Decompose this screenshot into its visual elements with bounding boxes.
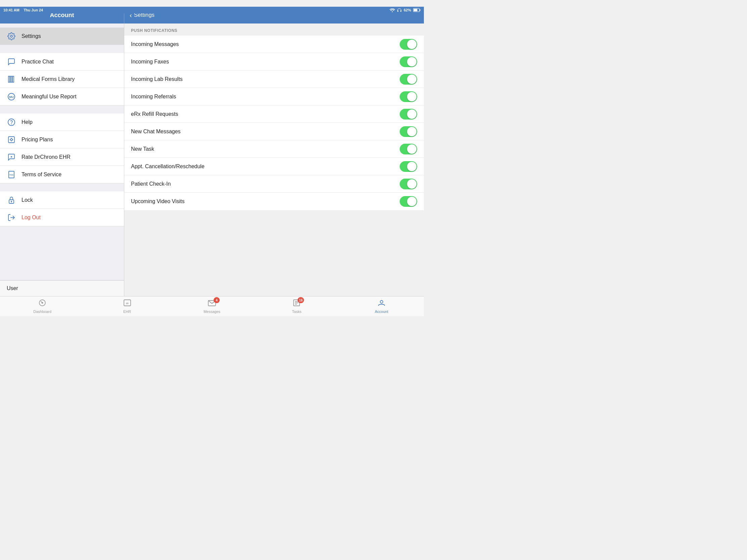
sidebar: Settings Practice Chat (0, 24, 124, 296)
sidebar-gap-1 (0, 45, 124, 53)
svg-point-20 (42, 302, 43, 303)
meaningful-use-label: Meaningful Use Report (22, 94, 77, 100)
incoming-lab-results-label: Incoming Lab Results (131, 76, 183, 82)
sidebar-item-rate[interactable]: Rate DrChrono EHR (0, 149, 124, 166)
erx-refill-toggle[interactable] (400, 109, 417, 119)
medical-forms-label: Medical Forms Library (22, 76, 75, 82)
appt-cancellation-label: Appt. Cancellation/Reschedule (131, 163, 205, 169)
settings-row-patient-checkin: Patient Check-In (124, 175, 424, 193)
logout-icon (7, 213, 16, 222)
incoming-referrals-toggle[interactable] (400, 91, 417, 102)
help-label: Help (22, 119, 32, 125)
tasks-tab-label: Tasks (292, 310, 301, 314)
incoming-messages-toggle[interactable] (400, 39, 417, 50)
sidebar-item-meaningful-use[interactable]: MU Meaningful Use Report (0, 88, 124, 105)
tab-dashboard[interactable]: Dashboard (0, 296, 85, 316)
settings-row-appt-cancellation: Appt. Cancellation/Reschedule (124, 158, 424, 175)
messages-badge: 4 (214, 297, 220, 303)
settings-row-video-visits: Upcoming Video Visits (124, 193, 424, 210)
svg-point-28 (380, 300, 383, 303)
tasks-icon: 16 (292, 299, 301, 309)
practice-chat-label: Practice Chat (22, 59, 54, 65)
new-chat-label: New Chat Messages (131, 129, 181, 135)
lock-icon (7, 195, 16, 205)
sidebar-settings-label: Settings (22, 33, 41, 39)
chat-icon (7, 57, 16, 66)
tab-account[interactable]: Account (339, 296, 424, 316)
erx-refill-label: eRx Refill Requests (131, 111, 178, 117)
status-indicators: 62% (390, 8, 420, 12)
incoming-messages-label: Incoming Messages (131, 41, 179, 47)
svg-rect-6 (12, 76, 14, 82)
sidebar-gap-2 (0, 105, 124, 113)
gear-icon (7, 31, 16, 41)
video-visits-label: Upcoming Video Visits (131, 198, 185, 205)
svg-rect-2 (420, 9, 420, 11)
settings-row-incoming-messages: Incoming Messages (124, 35, 424, 53)
tab-messages[interactable]: 4 Messages (170, 296, 254, 316)
main-content: PUSH NOTIFICATIONS Incoming Messages Inc… (124, 24, 424, 296)
settings-row-incoming-faxes: Incoming Faxes (124, 53, 424, 71)
settings-row-incoming-lab-results: Incoming Lab Results (124, 71, 424, 88)
sidebar-item-tos[interactable]: TOS Terms of Service (0, 166, 124, 183)
content-area: Settings Practice Chat (0, 24, 424, 296)
patient-checkin-toggle[interactable] (400, 179, 417, 189)
pricing-icon (7, 135, 16, 144)
svg-rect-11 (8, 137, 15, 143)
new-task-label: New Task (131, 146, 154, 152)
incoming-faxes-toggle[interactable] (400, 56, 417, 67)
messages-tab-label: Messages (204, 310, 220, 314)
settings-row-erx-refill: eRx Refill Requests (124, 105, 424, 123)
tab-tasks[interactable]: 16 Tasks (254, 296, 339, 316)
lock-label: Lock (22, 197, 33, 203)
ehr-icon: dr (123, 299, 132, 309)
svg-rect-4 (8, 76, 10, 82)
sidebar-item-medical-forms[interactable]: Medical Forms Library (0, 71, 124, 88)
account-icon (377, 299, 386, 309)
push-notifications-list: Incoming Messages Incoming Faxes Incomin… (124, 35, 424, 210)
sidebar-item-lock[interactable]: Lock (0, 191, 124, 209)
status-bar: 10:41 AM Thu Jun 24 62% (0, 7, 424, 14)
sidebar-item-logout[interactable]: Log Out (0, 209, 124, 226)
push-notifications-header: PUSH NOTIFICATIONS (124, 24, 424, 35)
video-visits-toggle[interactable] (400, 196, 417, 207)
sidebar-gap-3 (0, 183, 124, 191)
svg-point-3 (10, 35, 12, 37)
new-task-toggle[interactable] (400, 144, 417, 155)
svg-text:MU: MU (9, 95, 14, 99)
rate-icon (7, 153, 16, 162)
forms-icon (7, 75, 16, 84)
status-time: 10:41 AM Thu Jun 24 (3, 8, 43, 12)
appt-cancellation-toggle[interactable] (400, 161, 417, 172)
sidebar-item-practice-chat[interactable]: Practice Chat (0, 53, 124, 71)
incoming-lab-results-toggle[interactable] (400, 74, 417, 85)
sidebar-item-settings[interactable]: Settings (0, 28, 124, 45)
logout-label: Log Out (22, 215, 41, 220)
new-chat-toggle[interactable] (400, 126, 417, 137)
sidebar-gap-top (0, 24, 124, 28)
incoming-faxes-label: Incoming Faxes (131, 59, 169, 65)
tab-ehr[interactable]: dr EHR (85, 296, 169, 316)
svg-text:TOS: TOS (9, 174, 14, 176)
settings-row-new-chat: New Chat Messages (124, 123, 424, 140)
svg-rect-1 (414, 9, 417, 11)
messages-icon: 4 (208, 299, 216, 309)
incoming-referrals-label: Incoming Referrals (131, 94, 176, 100)
sidebar-item-help[interactable]: Help (0, 113, 124, 131)
sidebar-spacer (0, 226, 124, 280)
sidebar-item-pricing[interactable]: Pricing Plans (0, 131, 124, 149)
settings-row-incoming-referrals: Incoming Referrals (124, 88, 424, 105)
dashboard-icon (38, 299, 46, 309)
sidebar-user: User (0, 280, 124, 296)
svg-point-12 (10, 139, 12, 141)
svg-text:dr: dr (126, 302, 129, 305)
rate-label: Rate DrChrono EHR (22, 154, 71, 160)
svg-rect-5 (10, 76, 12, 82)
mu-icon: MU (7, 92, 16, 101)
battery-icon (413, 8, 420, 12)
tab-bar: Dashboard dr EHR 4 Messages (0, 296, 424, 316)
dashboard-tab-label: Dashboard (33, 310, 51, 314)
wifi-icon (390, 8, 395, 12)
headphone-icon (397, 8, 402, 12)
help-icon (7, 117, 16, 127)
